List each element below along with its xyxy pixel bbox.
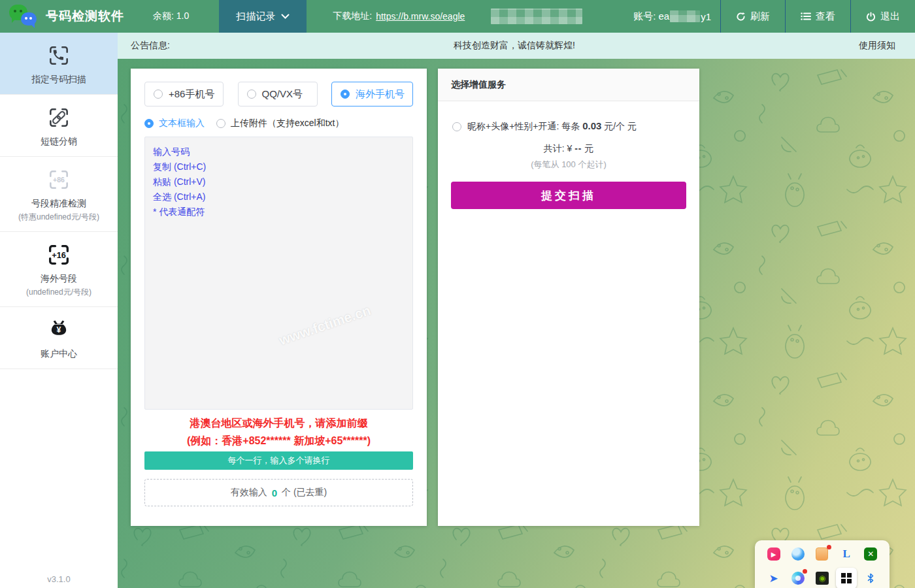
quark-browser-icon[interactable] <box>791 547 805 561</box>
app-logo <box>8 3 42 29</box>
chevron-down-icon <box>281 14 290 20</box>
svg-text:¥: ¥ <box>57 325 61 335</box>
chat-bubble-icon <box>21 12 37 25</box>
view-button[interactable]: 查看 <box>785 0 850 33</box>
account-suffix: y1 <box>701 11 711 22</box>
type-option-overseas-mobile[interactable]: 海外手机号 <box>331 82 413 106</box>
total-line: 共计: ¥ -- 元 <box>438 143 699 155</box>
view-label: 查看 <box>816 10 835 23</box>
total-label: 共计: ¥ <box>544 143 573 154</box>
service-option-before: 昵称+头像+性别+开通: 每条 <box>467 121 580 131</box>
download-label: 下载地址: <box>333 10 372 22</box>
sidebar-item-number-scan[interactable]: 指定号码扫描 <box>0 33 118 95</box>
windows-start-icon[interactable] <box>836 568 857 588</box>
input-mode-label: 文本框输入 <box>159 118 205 129</box>
sidebar-item-short-link[interactable]: 短链分销 <box>0 95 118 157</box>
power-icon <box>866 12 876 22</box>
service-option-after: 元/个 元 <box>604 121 637 131</box>
logout-button[interactable]: 退出 <box>850 0 915 33</box>
service-option-price: 0.03 <box>582 120 601 131</box>
valid-count-box: 有效输入 0 个 (已去重) <box>144 479 413 506</box>
radio-checked-icon <box>144 119 154 128</box>
input-mode-label: 上传附件（支持excel和txt） <box>231 118 344 129</box>
header-right-group: 账号: ea y1 刷新 查看 退出 <box>633 0 915 33</box>
sidebar-label: 号段精准检测 <box>0 198 118 210</box>
account-redacted <box>670 10 700 22</box>
defender-app-icon[interactable]: L <box>839 547 854 561</box>
type-option-label: 海外手机号 <box>356 88 405 101</box>
phone-scan-icon <box>46 43 71 68</box>
type-option-qq-vx[interactable]: QQ/VX号 <box>238 82 318 106</box>
top-header: 号码检测软件 余额: 1.0 扫描记录 下载地址: https://b.mrw.… <box>0 0 915 33</box>
type-option-label: QQ/VX号 <box>262 88 303 101</box>
sidebar-sublabel: (特惠undefined元/号段) <box>0 212 118 223</box>
nvidia-settings-icon[interactable]: ◉ <box>815 571 829 585</box>
svg-text:+86: +86 <box>53 176 65 184</box>
input-mode-textarea[interactable]: 文本框输入 <box>144 118 205 129</box>
refresh-icon <box>736 12 746 22</box>
download-address: 下载地址: https://b.mrw.so/eagle <box>333 10 465 22</box>
total-unit: 元 <box>584 143 593 154</box>
value-added-service-panel: 选择增值服务 昵称+头像+性别+开通: 每条 0.03 元/个 元 共计: ¥ … <box>438 69 699 526</box>
download-link[interactable]: https://b.mrw.so/eagle <box>376 11 465 22</box>
radio-unchecked-icon <box>216 119 225 128</box>
announcement-bar: 公告信息: 科技创造财富，诚信铸就辉煌! 使用须知 <box>118 33 915 59</box>
valid-count-value: 0 <box>272 487 277 498</box>
app-title: 号码检测软件 <box>46 8 124 25</box>
notes-app-icon[interactable] <box>815 547 829 561</box>
sidebar-label: 账户中心 <box>0 348 118 360</box>
total-value: -- <box>574 143 582 154</box>
valid-count-suffix: 个 (已去重) <box>282 487 327 498</box>
one-per-line-hint: 每个一行，输入多个请换行 <box>144 451 413 470</box>
redacted-text-block <box>491 8 582 24</box>
svg-text:+16: +16 <box>52 250 66 260</box>
system-tray-overflow: ▶ L ✕ ➤ ◉ <box>755 540 890 588</box>
usage-notice-link[interactable]: 使用须知 <box>859 40 895 52</box>
number-input-panel: +86手机号 QQ/VX号 海外手机号 文本框输入 上传附件（支持excel和t… <box>131 69 427 526</box>
plus16-scan-icon: +16 <box>46 242 72 268</box>
sidebar-label: 指定号码扫描 <box>0 74 118 86</box>
type-option-label: +86手机号 <box>169 88 214 101</box>
sidebar-sublabel: (undefined元/号段) <box>0 287 118 298</box>
refresh-label: 刷新 <box>750 10 770 23</box>
logout-label: 退出 <box>880 10 900 23</box>
radio-checked-icon <box>341 90 350 99</box>
service-panel-title: 选择增值服务 <box>438 69 699 101</box>
sidebar-item-account-center[interactable]: ¥ 账户中心 <box>0 307 118 369</box>
edge-browser-icon[interactable] <box>791 571 805 585</box>
refresh-button[interactable]: 刷新 <box>720 0 785 33</box>
pink-media-app-icon[interactable]: ▶ <box>767 547 781 561</box>
prefix-warning-line2: (例如：香港+852****** 新加坡+65******) <box>144 432 413 449</box>
scan-records-label: 扫描记录 <box>236 10 275 23</box>
input-mode-upload[interactable]: 上传附件（支持excel和txt） <box>216 118 344 129</box>
valid-count-prefix: 有效输入 <box>231 487 267 498</box>
sidebar-label: 海外号段 <box>0 273 118 285</box>
announcement-message: 科技创造财富，诚信铸就辉煌! <box>170 40 859 52</box>
sidebar-item-cn-segment[interactable]: +86 号段精准检测 (特惠undefined元/号段) <box>0 157 118 232</box>
xbox-icon[interactable]: ✕ <box>863 547 878 561</box>
power-automate-icon[interactable]: ➤ <box>767 571 781 585</box>
sidebar: 指定号码扫描 短链分销 +86 号段精准检测 (特惠undefined元/号段) <box>0 33 118 588</box>
prefix-warning-line1: 港澳台地区或海外手机号，请添加前缀 <box>144 414 413 432</box>
bluetooth-icon[interactable] <box>863 571 878 585</box>
minimum-note: (每笔从 100 个起计) <box>438 159 699 171</box>
number-input-textarea[interactable] <box>144 137 413 410</box>
number-type-selector: +86手机号 QQ/VX号 海外手机号 <box>144 82 413 106</box>
scan-records-menu[interactable]: 扫描记录 <box>219 0 307 33</box>
sidebar-label: 短链分销 <box>0 136 118 148</box>
account-prefix: 账号: ea <box>633 10 669 23</box>
announcement-label: 公告信息: <box>131 40 170 52</box>
account-label: 账号: ea y1 <box>633 10 711 23</box>
prefix-warning: 港澳台地区或海外手机号，请添加前缀 (例如：香港+852****** 新加坡+6… <box>144 414 413 449</box>
input-mode-selector: 文本框输入 上传附件（支持excel和txt） <box>144 118 413 129</box>
money-bag-icon: ¥ <box>46 317 72 343</box>
radio-unchecked-icon <box>452 122 461 131</box>
service-option-nickname[interactable]: 昵称+头像+性别+开通: 每条 0.03 元/个 元 <box>452 120 699 133</box>
radio-unchecked-icon <box>154 90 163 99</box>
type-option-cn-mobile[interactable]: +86手机号 <box>144 82 224 106</box>
list-icon <box>801 12 811 21</box>
submit-scan-button[interactable]: 提交扫描 <box>451 182 686 209</box>
sidebar-item-overseas-segment[interactable]: +16 海外号段 (undefined元/号段) <box>0 232 118 307</box>
balance-label: 余额: 1.0 <box>153 10 189 22</box>
radio-unchecked-icon <box>247 90 256 99</box>
